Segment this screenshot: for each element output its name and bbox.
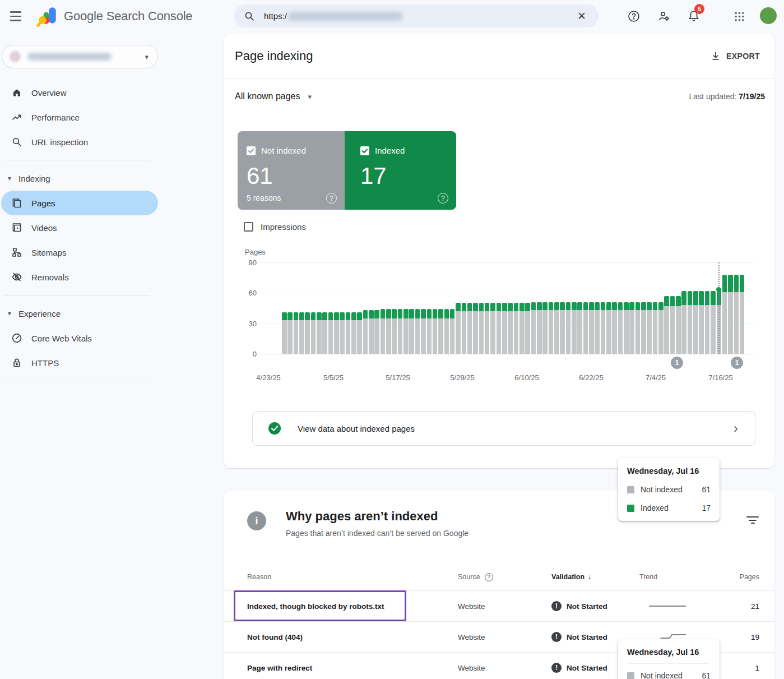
chart-bar-not-indexed[interactable]	[485, 311, 490, 354]
chart-bar-indexed[interactable]	[653, 302, 658, 310]
chart-bar-indexed[interactable]	[334, 312, 339, 320]
chart-bar-indexed[interactable]	[693, 291, 698, 305]
chart-bar-not-indexed[interactable]	[740, 292, 745, 354]
chart-bar-not-indexed[interactable]	[334, 320, 339, 354]
not-indexed-checkbox[interactable]	[247, 146, 256, 155]
chart-bar-indexed[interactable]	[294, 312, 299, 320]
chart-bar-not-indexed[interactable]	[606, 310, 611, 354]
chart-bar-not-indexed[interactable]	[647, 310, 652, 354]
chart-bar-indexed[interactable]	[728, 275, 733, 292]
sidebar-item-url-inspection[interactable]: URL inspection	[0, 130, 163, 154]
chart-bar-not-indexed[interactable]	[409, 318, 414, 354]
chart-bar-indexed[interactable]	[606, 302, 611, 310]
sidebar-item-https[interactable]: HTTPS	[0, 350, 163, 375]
chart-bar-indexed[interactable]	[589, 302, 594, 310]
chart-bar-indexed[interactable]	[403, 309, 409, 318]
chart-bar-not-indexed[interactable]	[322, 320, 327, 354]
chart-bar-not-indexed[interactable]	[658, 310, 664, 354]
chart-bar-not-indexed[interactable]	[624, 310, 629, 354]
chart-bar-not-indexed[interactable]	[589, 310, 594, 354]
chart-bar-not-indexed[interactable]	[311, 320, 316, 354]
issue-row-robots-txt[interactable]: Indexed, though blocked by robots.txt We…	[224, 590, 774, 621]
indexed-card[interactable]: Indexed 17 ?	[345, 131, 456, 210]
chart-bar-indexed[interactable]	[554, 302, 559, 310]
chart-bar-not-indexed[interactable]	[473, 311, 478, 354]
chart-bar-not-indexed[interactable]	[450, 318, 455, 354]
chart-bar-indexed[interactable]	[734, 275, 739, 292]
search-input-value[interactable]: https:/	[264, 11, 287, 21]
chart-bar-not-indexed[interactable]	[531, 310, 536, 354]
chart-bar-indexed[interactable]	[641, 302, 646, 310]
property-search-bar[interactable]: https:/ ✕	[234, 4, 599, 27]
chart-bar-indexed[interactable]	[514, 303, 519, 311]
help-question-icon[interactable]: ?	[326, 193, 337, 204]
chart-bar-indexed[interactable]	[386, 309, 391, 318]
chart-bar-indexed[interactable]	[624, 302, 629, 310]
sidebar-item-pages[interactable]: Pages	[1, 191, 158, 215]
chart-bar-not-indexed[interactable]	[299, 320, 304, 354]
chart-bar-indexed[interactable]	[287, 312, 293, 320]
chart-bar-not-indexed[interactable]	[438, 318, 443, 354]
chart-bar-not-indexed[interactable]	[427, 318, 432, 354]
chart-bar-not-indexed[interactable]	[525, 311, 530, 354]
impressions-checkbox[interactable]	[244, 222, 253, 232]
chart-bar-indexed[interactable]	[502, 303, 507, 311]
chart-bar-not-indexed[interactable]	[566, 310, 571, 354]
chart-bar-indexed[interactable]	[479, 303, 484, 311]
chart-bar-indexed[interactable]	[676, 296, 681, 306]
chart-bar-not-indexed[interactable]	[351, 320, 356, 354]
chart-bar-indexed[interactable]	[415, 309, 420, 318]
chart-bar-indexed[interactable]	[485, 303, 490, 311]
chart-bar-not-indexed[interactable]	[583, 310, 588, 354]
chart-bar-not-indexed[interactable]	[601, 310, 606, 354]
chart-bar-not-indexed[interactable]	[462, 311, 467, 354]
close-icon[interactable]: ✕	[577, 11, 586, 21]
chart-bar-not-indexed[interactable]	[542, 310, 548, 354]
chart-bar-not-indexed[interactable]	[618, 310, 623, 354]
chart-bar-indexed[interactable]	[740, 275, 745, 292]
help-question-icon[interactable]: ?	[438, 193, 448, 204]
chart-bar-indexed[interactable]	[311, 312, 316, 320]
chart-bar-not-indexed[interactable]	[681, 305, 686, 354]
chart-bar-indexed[interactable]	[705, 291, 710, 305]
chart-bar-indexed[interactable]	[618, 302, 623, 310]
chart-bar-indexed[interactable]	[635, 302, 641, 310]
chart-bar-not-indexed[interactable]	[595, 310, 600, 354]
chart-bar-not-indexed[interactable]	[728, 292, 733, 354]
chart-bar-not-indexed[interactable]	[479, 311, 484, 354]
page-filter-dropdown[interactable]: All known pages ▾	[235, 91, 312, 101]
chart-bar-not-indexed[interactable]	[369, 318, 374, 354]
chart-bar-indexed[interactable]	[658, 302, 664, 310]
column-trend[interactable]: Trend	[639, 573, 723, 581]
view-indexed-data-row[interactable]: View data about indexed pages ›	[252, 411, 755, 446]
chart-bar-indexed[interactable]	[525, 303, 530, 311]
chart-bar-not-indexed[interactable]	[398, 318, 403, 354]
chart-bar-not-indexed[interactable]	[381, 318, 386, 354]
chart-bar-not-indexed[interactable]	[294, 320, 299, 354]
sidebar-item-sitemaps[interactable]: Sitemaps	[0, 240, 163, 265]
chart-bar-indexed[interactable]	[351, 312, 356, 320]
filter-icon[interactable]	[746, 516, 759, 526]
chart-bar-indexed[interactable]	[722, 275, 727, 292]
chart-bar-indexed[interactable]	[462, 303, 467, 311]
chart-bar-indexed[interactable]	[519, 303, 525, 311]
property-selector[interactable]: ▾	[2, 45, 158, 68]
chart-bar-not-indexed[interactable]	[554, 310, 559, 354]
export-button[interactable]: EXPORT	[705, 48, 766, 64]
sidebar-item-removals[interactable]: Removals	[0, 265, 163, 289]
chart-bar-not-indexed[interactable]	[317, 320, 322, 354]
indexing-chart[interactable]: Pages 90603004/23/255/5/255/17/255/29/25…	[224, 247, 774, 387]
chart-bar-indexed[interactable]	[340, 312, 345, 320]
chart-bar-not-indexed[interactable]	[467, 311, 472, 354]
chart-bar-indexed[interactable]	[299, 312, 304, 320]
chart-bar-not-indexed[interactable]	[340, 320, 345, 354]
user-settings-icon[interactable]	[656, 8, 672, 25]
chart-bar-indexed[interactable]	[681, 291, 686, 305]
chart-bar-not-indexed[interactable]	[664, 306, 669, 354]
chart-bar-not-indexed[interactable]	[346, 320, 351, 354]
chart-bar-indexed[interactable]	[450, 309, 455, 318]
sidebar-item-core-web-vitals[interactable]: Core Web Vitals	[0, 326, 163, 350]
chart-bar-not-indexed[interactable]	[497, 311, 502, 354]
chart-bar-not-indexed[interactable]	[415, 318, 420, 354]
chart-bar-indexed[interactable]	[409, 309, 414, 318]
